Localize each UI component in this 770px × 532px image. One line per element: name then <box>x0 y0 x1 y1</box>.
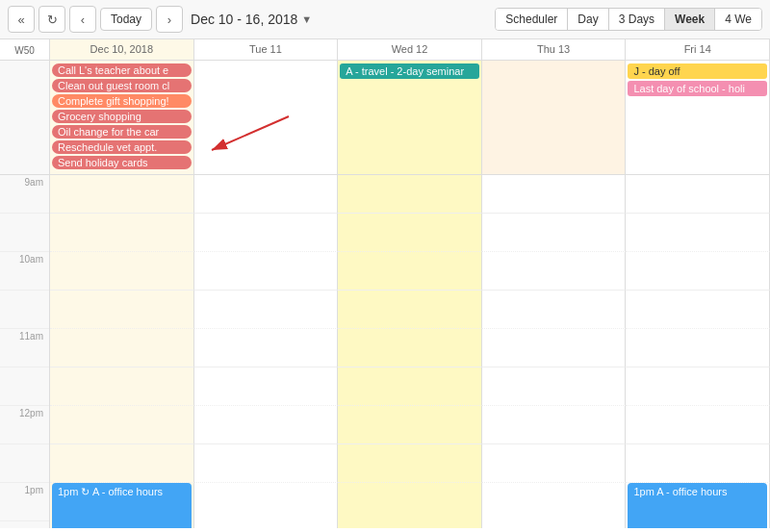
time-label-11am: 11am <box>0 329 49 367</box>
time-mon-10[interactable] <box>50 252 194 291</box>
allday-cell-tue <box>194 61 339 174</box>
time-mon-1030[interactable] <box>50 291 194 329</box>
day-name-wed: Wed 12 <box>344 43 475 55</box>
view-btn-week[interactable]: Week <box>665 9 715 30</box>
time-fri-10[interactable] <box>626 252 770 291</box>
time-fri-1230[interactable] <box>626 444 770 483</box>
time-tue-9[interactable] <box>194 175 339 214</box>
time-wed-1230[interactable] <box>338 444 482 483</box>
time-mon-1230[interactable] <box>50 444 194 483</box>
date-dropdown-icon: ▼ <box>301 13 312 25</box>
time-label-1pm: 1pm <box>0 483 49 521</box>
time-tue-1130[interactable] <box>194 367 339 406</box>
event-holiday-cards[interactable]: Send holiday cards <box>52 156 192 169</box>
time-mon-930[interactable] <box>50 214 194 252</box>
time-tue-1pm[interactable] <box>194 483 339 528</box>
back-double-icon: « <box>17 13 24 27</box>
event-travel-seminar[interactable]: A - travel - 2-day seminar <box>340 63 479 79</box>
time-fri-930[interactable] <box>626 214 770 252</box>
time-thu-11[interactable] <box>482 329 627 367</box>
event-oil-change[interactable]: Oil change for the car <box>52 125 192 139</box>
time-wed-9[interactable] <box>338 175 482 214</box>
time-col-fri: 1pm A - office hours <box>626 175 770 528</box>
time-label-9am: 9am <box>0 175 49 214</box>
time-tue-11[interactable] <box>194 329 339 367</box>
event-last-day-school[interactable]: Last day of school - holi <box>628 81 767 96</box>
time-wed-1030[interactable] <box>338 291 482 329</box>
time-grid-scroll[interactable]: 9am 10am 11am 12pm 1pm 2pm 3pm 4pm <box>0 175 770 528</box>
time-wed-1130[interactable] <box>338 367 482 406</box>
time-col-tue <box>194 175 339 528</box>
view-btn-scheduler[interactable]: Scheduler <box>496 9 568 30</box>
time-fri-1130[interactable] <box>626 367 770 406</box>
allday-events-row: Call L's teacher about e Clean out guest… <box>0 61 770 175</box>
time-mon-12[interactable] <box>50 406 194 444</box>
refresh-button[interactable]: ↻ <box>38 6 65 33</box>
calendar-header: « ↻ ‹ Today › Dec 10 - 16, 2018 ▼ Schedu… <box>0 0 770 39</box>
event-gift-shopping[interactable]: Complete gift shopping! <box>52 94 192 108</box>
day-header-wed: Wed 12 <box>338 39 482 60</box>
day-header-thu: Thu 13 <box>482 39 627 60</box>
prev-icon: ‹ <box>81 13 85 27</box>
time-col-mon: 1pm ↻ A - office hours <box>50 175 194 528</box>
time-thu-1130[interactable] <box>482 367 627 406</box>
view-btn-day[interactable]: Day <box>568 9 608 30</box>
date-range-display[interactable]: Dec 10 - 16, 2018 ▼ <box>191 12 312 27</box>
event-day-off[interactable]: J - day off <box>628 63 767 79</box>
refresh-icon: ↻ <box>47 13 58 27</box>
today-button[interactable]: Today <box>100 8 152 31</box>
view-selector: Scheduler Day 3 Days Week 4 We <box>495 8 762 31</box>
event-grocery[interactable]: Grocery shopping <box>52 110 192 123</box>
time-tue-930[interactable] <box>194 214 339 252</box>
time-thu-1230[interactable] <box>482 444 627 483</box>
time-tue-1030[interactable] <box>194 291 339 329</box>
time-wed-10[interactable] <box>338 252 482 291</box>
time-fri-9[interactable] <box>626 175 770 214</box>
event-vet[interactable]: Reschedule vet appt. <box>52 140 192 154</box>
back-double-button[interactable]: « <box>8 6 35 33</box>
time-mon-1pm[interactable]: 1pm ↻ A - office hours <box>50 483 194 528</box>
event-office-hours-fri[interactable]: 1pm A - office hours <box>628 483 767 528</box>
allday-cell-mon: Call L's teacher about e Clean out guest… <box>50 61 194 174</box>
time-fri-1pm[interactable]: 1pm A - office hours <box>626 483 770 528</box>
time-mon-9[interactable] <box>50 175 194 214</box>
time-label-1230 <box>0 444 49 483</box>
time-tue-1230[interactable] <box>194 444 339 483</box>
time-gutter: 9am 10am 11am 12pm 1pm 2pm 3pm 4pm <box>0 175 50 528</box>
time-mon-11[interactable] <box>50 329 194 367</box>
allday-cell-thu <box>482 61 627 174</box>
time-label-930 <box>0 214 49 252</box>
time-tue-10[interactable] <box>194 252 339 291</box>
time-thu-9[interactable] <box>482 175 627 214</box>
time-thu-1pm[interactable] <box>482 483 627 528</box>
time-wed-930[interactable] <box>338 214 482 252</box>
time-thu-930[interactable] <box>482 214 627 252</box>
time-tue-12[interactable] <box>194 406 339 444</box>
day-header-tue: Tue 11 <box>194 39 339 60</box>
prev-button[interactable]: ‹ <box>69 6 96 33</box>
day-name-thu: Thu 13 <box>488 43 620 55</box>
view-btn-3days[interactable]: 3 Days <box>609 9 665 30</box>
event-call-teacher[interactable]: Call L's teacher about e <box>52 63 192 77</box>
day-header-mon: Dec 10, 2018 <box>50 39 194 60</box>
time-thu-12[interactable] <box>482 406 627 444</box>
time-wed-11[interactable] <box>338 329 482 367</box>
view-btn-4we[interactable]: 4 We <box>715 9 761 30</box>
time-wed-1pm[interactable] <box>338 483 482 528</box>
time-col-thu <box>482 175 627 528</box>
day-name-fri: Fri 14 <box>631 43 763 55</box>
next-button[interactable]: › <box>156 6 183 33</box>
allday-gutter <box>0 61 50 174</box>
time-fri-1030[interactable] <box>626 291 770 329</box>
time-col-wed <box>338 175 482 528</box>
calendar-main: W50 Dec 10, 2018 Tue 11 Wed 12 Thu 13 Fr… <box>0 39 770 528</box>
time-mon-1130[interactable] <box>50 367 194 406</box>
time-thu-10[interactable] <box>482 252 627 291</box>
day-name-tue: Tue 11 <box>200 43 332 55</box>
time-fri-11[interactable] <box>626 329 770 367</box>
event-clean-guest[interactable]: Clean out guest room cl <box>52 79 192 92</box>
event-office-hours-mon[interactable]: 1pm ↻ A - office hours <box>52 483 192 528</box>
time-thu-1030[interactable] <box>482 291 627 329</box>
time-fri-12[interactable] <box>626 406 770 444</box>
time-wed-12[interactable] <box>338 406 482 444</box>
